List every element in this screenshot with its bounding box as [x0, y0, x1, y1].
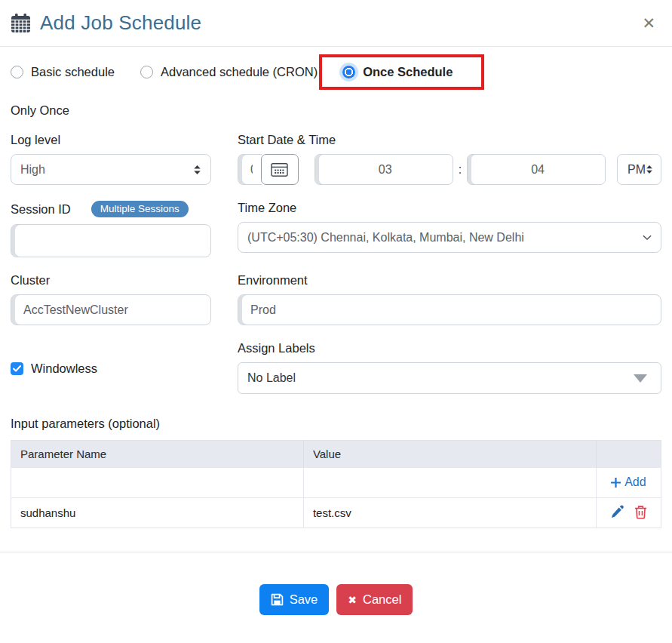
radio-advanced-schedule[interactable]: Advanced schedule (CRON)	[140, 65, 318, 79]
table-header-row: Parameter Name Value	[11, 441, 661, 468]
plus-icon	[611, 478, 621, 488]
timezone-label: Time Zone	[238, 201, 661, 215]
table-row: sudhanshu test.csv	[11, 498, 661, 528]
form-grid: Log level High Start Date & Time	[0, 133, 672, 394]
red-highlight-annotation: Once Schedule	[319, 54, 484, 90]
page-title: Add Job Schedule	[40, 11, 201, 35]
calendar-small-icon	[271, 162, 288, 177]
column-parameter-name: Parameter Name	[11, 441, 304, 468]
save-button[interactable]: Save	[259, 584, 330, 615]
add-parameter-button[interactable]: Add	[611, 475, 646, 489]
session-id-label: Session ID Multiple Sessions	[11, 201, 211, 217]
environment-input[interactable]	[238, 294, 661, 325]
session-id-input[interactable]	[11, 224, 211, 257]
save-label: Save	[290, 592, 318, 607]
sort-caret-icon	[646, 165, 653, 174]
close-icon[interactable]: ✕	[637, 14, 660, 32]
chevron-down-icon	[643, 235, 652, 241]
datepicker-button[interactable]	[261, 154, 299, 185]
start-date-input[interactable]	[238, 154, 262, 185]
field-log-level: Log level High	[11, 133, 211, 185]
assign-labels-value: No Label	[247, 371, 296, 385]
start-datetime-label: Start Date & Time	[238, 133, 661, 147]
delete-button[interactable]	[634, 505, 647, 519]
field-assign-labels: Assign Labels No Label	[238, 341, 661, 394]
radio-label: Once Schedule	[363, 65, 453, 79]
cancel-button[interactable]: ✖ Cancel	[336, 584, 413, 615]
checkbox-checked-icon	[11, 362, 23, 375]
cluster-input[interactable]	[11, 294, 211, 325]
cancel-label: Cancel	[363, 592, 401, 607]
windowless-label: Windowless	[31, 361, 97, 376]
field-windowless: Windowless	[11, 341, 211, 394]
parameter-name-cell: sudhanshu	[11, 498, 304, 528]
column-actions	[596, 441, 661, 468]
field-environment: Environment	[238, 273, 661, 325]
log-level-value: High	[20, 163, 45, 177]
assign-labels-dropdown[interactable]: No Label	[238, 362, 661, 394]
timezone-value: (UTC+05:30) Chennai, Kolkata, Mumbai, Ne…	[247, 231, 524, 245]
multiple-sessions-badge: Multiple Sessions	[91, 201, 189, 217]
radio-once-schedule[interactable]: Once Schedule	[342, 65, 453, 79]
radio-checked-icon	[342, 66, 355, 78]
hour-input[interactable]	[315, 154, 453, 185]
row-actions-cell	[596, 498, 661, 528]
radio-icon	[140, 66, 153, 78]
dialog-header: Add Job Schedule ✕	[0, 0, 672, 47]
datetime-row: : PM	[238, 154, 661, 185]
parameters-table: Parameter Name Value Add s	[11, 440, 661, 528]
radio-basic-schedule[interactable]: Basic schedule	[11, 65, 115, 79]
cluster-label: Cluster	[11, 273, 211, 288]
input-parameters-section: Input parameters (optional) Parameter Na…	[0, 417, 672, 528]
edit-button[interactable]	[610, 505, 624, 519]
column-value: Value	[303, 441, 596, 468]
meridiem-select[interactable]: PM	[617, 154, 661, 185]
input-parameters-title: Input parameters (optional)	[11, 417, 661, 431]
session-id-label-text: Session ID	[11, 202, 71, 217]
sort-caret-icon	[193, 165, 201, 175]
calendar-icon	[11, 13, 31, 33]
footer: Save ✖ Cancel	[0, 552, 672, 615]
field-timezone: Time Zone (UTC+05:30) Chennai, Kolkata, …	[238, 201, 661, 257]
schedule-type-group: Basic schedule Advanced schedule (CRON) …	[0, 47, 672, 93]
x-icon: ✖	[348, 594, 357, 606]
new-parameter-value-cell[interactable]	[303, 468, 596, 498]
windowless-checkbox[interactable]: Windowless	[11, 361, 211, 376]
field-session-id: Session ID Multiple Sessions	[11, 201, 211, 257]
save-disk-icon	[271, 593, 284, 606]
minute-input[interactable]	[467, 154, 606, 185]
time-separator: :	[459, 163, 462, 177]
assign-labels-label: Assign Labels	[238, 341, 661, 355]
environment-label: Environment	[238, 273, 661, 288]
dropdown-triangle-icon	[634, 374, 647, 383]
pencil-icon	[610, 505, 624, 519]
field-start-datetime: Start Date & Time	[238, 133, 661, 185]
field-cluster: Cluster	[11, 273, 211, 325]
parameter-value-cell: test.csv	[303, 498, 596, 528]
radio-label: Basic schedule	[31, 65, 115, 79]
add-label: Add	[624, 475, 646, 489]
add-cell: Add	[596, 468, 661, 498]
date-group	[238, 154, 299, 185]
new-parameter-name-cell[interactable]	[11, 468, 304, 498]
radio-label: Advanced schedule (CRON)	[161, 65, 318, 79]
timezone-select[interactable]: (UTC+05:30) Chennai, Kolkata, Mumbai, Ne…	[238, 222, 661, 253]
new-parameter-row: Add	[11, 468, 661, 498]
trash-icon	[634, 505, 647, 519]
section-label-only-once: Only Once	[0, 103, 672, 118]
log-level-label: Log level	[11, 133, 211, 147]
log-level-select[interactable]: High	[11, 154, 211, 185]
radio-icon	[11, 66, 23, 78]
meridiem-value: PM	[628, 163, 646, 177]
